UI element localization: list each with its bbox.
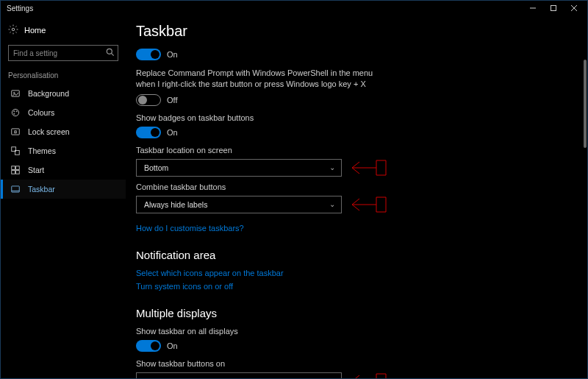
settings-window: Settings Home [0,0,588,379]
search-icon [105,47,115,60]
svg-point-5 [107,49,112,54]
sidebar-group-label: Personalisation [1,68,126,84]
toggle-label: Off [167,96,177,105]
svg-line-6 [111,53,113,55]
sidebar-item-label: Start [28,166,44,174]
dropdown-value: Main taskbar and taskbar where window is… [144,377,309,378]
scrollbar-thumb[interactable] [584,60,587,148]
picture-icon [10,88,21,99]
chevron-down-icon: ⌄ [329,200,335,208]
toggle-replace-cmd[interactable] [136,94,161,106]
content: Taskbar On Replace Command Prompt with W… [126,15,583,378]
toggle-show-all-displays[interactable] [136,340,161,352]
search-wrap [8,45,118,61]
start-icon [10,165,21,175]
badges-label: Show badges on taskbar buttons [136,113,573,122]
home-label: Home [24,26,46,35]
dropdown-taskbar-location[interactable]: Bottom ⌄ [136,159,342,177]
chevron-down-icon: ⌄ [329,163,335,171]
system-icons-link[interactable]: Turn system icons on or off [136,282,573,291]
titlebar: Settings [1,1,587,15]
sidebar: Home Personalisation Background Colours … [1,15,126,378]
multi-show-label: Show taskbar on all displays [136,327,573,336]
svg-rect-20 [16,171,20,174]
toggle-on-1[interactable] [136,49,161,60]
customise-link[interactable]: How do I customise taskbars? [136,224,573,233]
taskbar-icon [10,184,21,194]
close-button[interactable] [564,1,584,15]
select-icons-link[interactable]: Select which icons appear on the taskbar [136,269,573,277]
sidebar-item-themes[interactable]: Themes [1,141,126,160]
dropdown-value: Always hide labels [144,200,207,209]
svg-point-9 [12,109,18,116]
svg-rect-18 [16,166,20,170]
main: Taskbar On Replace Command Prompt with W… [126,15,587,378]
svg-point-8 [13,93,15,94]
maximize-button[interactable] [543,1,564,15]
toggle-badges[interactable] [136,127,161,138]
window-title: Settings [4,4,523,13]
themes-icon [10,146,21,156]
minimize-button[interactable] [523,1,543,15]
location-label: Taskbar location on screen [136,146,573,155]
sidebar-item-label: Colours [28,108,54,117]
svg-rect-14 [15,131,16,133]
svg-rect-17 [12,166,15,170]
dropdown-value: Bottom [144,163,168,172]
svg-rect-19 [12,171,15,174]
sidebar-item-label: Taskbar [28,185,55,194]
svg-rect-1 [551,6,556,11]
svg-rect-21 [12,186,20,192]
toggle-label: On [167,50,178,59]
svg-rect-13 [12,129,20,135]
replace-cmd-desc: Replace Command Prompt with Windows Powe… [136,68,386,90]
toggle-label: On [167,128,178,137]
sidebar-item-taskbar[interactable]: Taskbar [1,180,126,199]
search-input[interactable] [8,45,118,61]
sidebar-item-label: Background [28,89,69,98]
palette-icon [10,107,21,118]
chevron-down-icon: ⌄ [329,377,335,378]
annotation-arrow-icon [351,157,387,178]
gear-icon [8,24,18,36]
toggle-label: On [167,341,178,350]
annotation-arrow-icon [351,371,387,378]
sidebar-item-start[interactable]: Start [1,160,126,180]
sidebar-item-background[interactable]: Background [1,84,126,103]
svg-point-12 [14,113,15,114]
svg-point-4 [12,28,15,31]
svg-point-11 [16,111,17,112]
notification-heading: Notification area [136,249,573,261]
page-title: Taskbar [136,23,573,40]
sidebar-item-colours[interactable]: Colours [1,103,126,122]
home-link[interactable]: Home [1,20,126,40]
sidebar-item-label: Lock screen [28,127,70,136]
sidebar-item-label: Themes [28,146,56,155]
multi-buttons-label: Show taskbar buttons on [136,359,573,368]
lock-screen-icon [10,127,21,137]
annotation-arrow-icon [351,194,387,215]
svg-point-10 [14,111,15,112]
body: Home Personalisation Background Colours … [1,15,587,378]
sidebar-item-lock-screen[interactable]: Lock screen [1,122,126,141]
combine-label: Combine taskbar buttons [136,183,573,191]
dropdown-show-buttons-on[interactable]: Main taskbar and taskbar where window is… [136,372,342,378]
multiple-displays-heading: Multiple displays [136,307,573,319]
dropdown-combine-buttons[interactable]: Always hide labels ⌄ [136,196,342,213]
